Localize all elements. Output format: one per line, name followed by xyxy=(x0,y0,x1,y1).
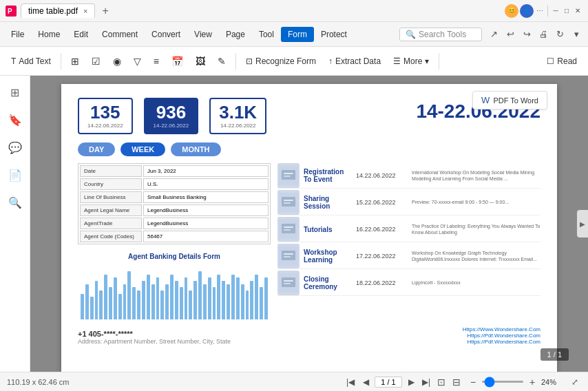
menu-edit[interactable]: Edit xyxy=(67,27,95,42)
recognize-icon: ⊡ xyxy=(246,56,253,66)
sidebar-item-search[interactable]: 🔍 xyxy=(4,191,26,213)
checkbox-button[interactable]: ☑ xyxy=(86,53,106,70)
read-button[interactable]: ☐ Read xyxy=(541,54,582,69)
zoom-slider[interactable] xyxy=(482,381,523,383)
chart-bar xyxy=(236,277,240,319)
undo-button[interactable]: ↩ xyxy=(503,27,518,42)
sidebar-item-pages[interactable]: 📄 xyxy=(4,164,26,186)
close-tab-button[interactable]: × xyxy=(83,7,87,15)
schedule-panel: Registration To Event 14.22.06.2022 Inte… xyxy=(277,163,540,319)
zoom-in-button[interactable]: + xyxy=(526,376,538,388)
fit-width-button[interactable]: ⊡ xyxy=(435,376,448,388)
period-month-button[interactable]: MONTH xyxy=(171,142,220,156)
stat-date-day: 14-22.06.2022 xyxy=(87,123,123,129)
pdf-to-word-button[interactable]: W PDF To Word xyxy=(472,91,547,109)
form-table-row: DateJun 3, 2022 xyxy=(80,165,269,177)
dropdown-arrow[interactable]: ▾ xyxy=(569,27,584,42)
close-window-button[interactable]: ✕ xyxy=(573,6,582,16)
date-icon: 📅 xyxy=(171,56,183,67)
search-tools-input[interactable]: 🔍 Search Tools xyxy=(399,28,482,41)
bottom-bar: 110.19 x 62.46 cm |◀ ◀ ▶ ▶| ⊡ ⊟ − + 24% … xyxy=(0,372,588,391)
period-day-button[interactable]: DAY xyxy=(78,142,115,156)
chart-title: Agent Banking Details Form xyxy=(78,253,271,260)
page-indicator: 1 / 1 xyxy=(540,348,569,361)
page-number-input[interactable] xyxy=(375,377,402,388)
sidebar-item-comments[interactable]: 💬 xyxy=(4,136,26,158)
svg-rect-12 xyxy=(284,226,293,228)
new-tab-button[interactable]: + xyxy=(98,5,112,17)
chart-bar xyxy=(99,290,103,319)
menu-convert[interactable]: Convert xyxy=(145,27,187,42)
fit-page-button[interactable]: ⊟ xyxy=(450,376,463,388)
sidebar-item-bookmarks[interactable]: 🔖 xyxy=(4,109,26,131)
chart-bar xyxy=(213,287,216,319)
stat-box-day: 135 14-22.06.2022 xyxy=(78,98,133,134)
fields-button[interactable]: ⊞ xyxy=(65,53,85,70)
maximize-button[interactable]: □ xyxy=(562,6,571,16)
chart-bar xyxy=(260,287,263,319)
schedule-name: Workshop Learning xyxy=(304,244,352,268)
overflow-menu-button[interactable]: ⋯ xyxy=(535,6,545,16)
radio-button[interactable]: ◉ xyxy=(107,53,127,70)
collapse-right-button[interactable]: ▶ xyxy=(577,210,588,237)
chart-bar xyxy=(217,275,220,319)
svg-rect-16 xyxy=(284,253,293,255)
menu-protect[interactable]: Protect xyxy=(314,27,354,42)
add-text-button[interactable]: T Add Text xyxy=(6,54,56,69)
chart-bar xyxy=(142,281,145,319)
menu-form[interactable]: Form xyxy=(281,27,314,42)
chart-bar xyxy=(90,297,94,319)
sidebar-item-thumbnails[interactable]: ⊞ xyxy=(4,81,26,103)
full-screen-button[interactable]: ⤢ xyxy=(569,376,581,388)
svg-rect-17 xyxy=(284,256,291,257)
menu-file[interactable]: File xyxy=(4,27,31,42)
url-item: Https://Www.Wondershare.Com xyxy=(463,326,540,332)
prev-page-button[interactable]: ◀ xyxy=(359,376,372,388)
menu-tool[interactable]: Tool xyxy=(252,27,281,42)
share-button[interactable]: ↗ xyxy=(486,27,501,42)
navigation-controls: |◀ ◀ ▶ ▶| ⊡ ⊟ xyxy=(344,376,463,388)
extract-data-button[interactable]: ↑ Extract Data xyxy=(323,54,386,69)
first-page-button[interactable]: |◀ xyxy=(344,376,357,388)
form-label: Line Of Business xyxy=(80,191,142,203)
form-toolbar: T Add Text ⊞ ☑ ◉ ▽ ≡ 📅 🖼 ✎ ⊡ Recognize F… xyxy=(0,47,588,76)
dropdown-field-button[interactable]: ▽ xyxy=(128,53,147,70)
list-field-button[interactable]: ≡ xyxy=(148,53,165,70)
next-page-button[interactable]: ▶ xyxy=(405,376,417,388)
last-page-button[interactable]: ▶| xyxy=(420,376,432,388)
refresh-button[interactable]: ↻ xyxy=(552,27,567,42)
menu-view[interactable]: View xyxy=(187,27,219,42)
stat-box-week: 936 14-22.06.2022 xyxy=(144,98,199,134)
form-value: Small Business Banking xyxy=(143,191,269,203)
minimize-button[interactable]: ─ xyxy=(551,6,560,16)
date-field-button[interactable]: 📅 xyxy=(166,53,189,70)
redo-button[interactable]: ↪ xyxy=(519,27,534,42)
sign-icon: ✎ xyxy=(218,56,226,67)
print-button[interactable]: 🖨 xyxy=(536,27,551,42)
chart-bar xyxy=(137,290,140,319)
list-icon: ≡ xyxy=(154,56,159,67)
period-week-button[interactable]: WEEK xyxy=(120,142,165,156)
form-value: LegendBusiness xyxy=(143,204,269,216)
schedule-detail: LippIncott - Sxxxxxlxxx xyxy=(412,271,540,295)
menu-page[interactable]: Page xyxy=(219,27,252,42)
profile-avatar-1[interactable]: 😊 xyxy=(505,4,518,18)
menu-comment[interactable]: Comment xyxy=(95,27,145,42)
schedule-date: 14.22.06.2022 xyxy=(356,163,408,188)
image-field-button[interactable]: 🖼 xyxy=(190,53,211,70)
svg-rect-5 xyxy=(284,176,291,177)
more-button[interactable]: ☰ More ▾ xyxy=(388,54,434,69)
profile-avatar-2[interactable]: 👤 xyxy=(520,4,534,18)
schedule-detail: Preview: 70-xxxxx-email 9:00 - 9:50 — 9:… xyxy=(412,190,540,215)
zoom-out-button[interactable]: − xyxy=(467,376,479,388)
stat-number-day: 135 xyxy=(87,103,123,121)
file-tab[interactable]: time table.pdf × xyxy=(21,3,95,18)
recognize-form-button[interactable]: ⊡ Recognize Form xyxy=(240,54,322,69)
form-value: 56467 xyxy=(143,231,269,242)
schedule-image xyxy=(277,190,300,215)
menu-home[interactable]: Home xyxy=(31,27,67,42)
chart-bar xyxy=(208,277,211,319)
chart-bar xyxy=(170,275,174,319)
chart-bar xyxy=(147,275,150,319)
sign-field-button[interactable]: ✎ xyxy=(212,53,231,70)
